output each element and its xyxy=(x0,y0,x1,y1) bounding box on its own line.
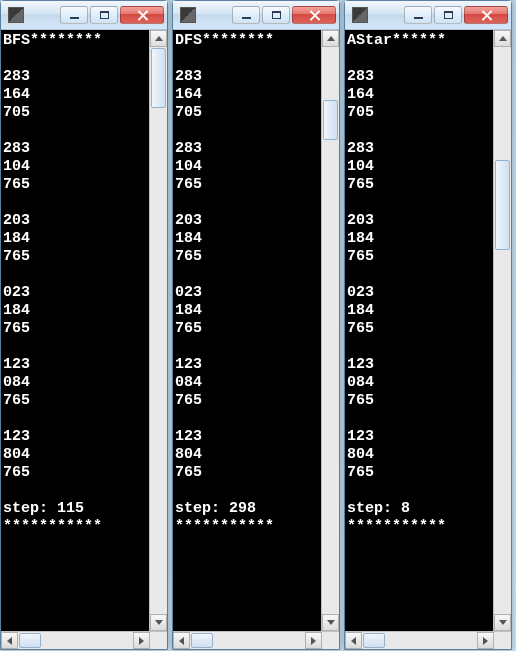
state-row: 123 xyxy=(175,356,202,373)
state-row: 765 xyxy=(347,248,374,265)
chevron-left-icon xyxy=(7,637,12,645)
scroll-thumb-horizontal[interactable] xyxy=(363,633,385,648)
chevron-right-icon xyxy=(311,637,316,645)
horizontal-scrollbar[interactable] xyxy=(1,631,167,649)
chevron-down-icon xyxy=(155,620,163,625)
state-row: 023 xyxy=(3,284,30,301)
state-row: 084 xyxy=(347,374,374,391)
step-count: step: 8 xyxy=(347,500,410,517)
scroll-thumb[interactable] xyxy=(495,160,510,250)
vertical-scrollbar[interactable] xyxy=(321,30,339,631)
scroll-thumb[interactable] xyxy=(151,48,166,108)
state-row: 123 xyxy=(3,428,30,445)
state-row: 164 xyxy=(175,86,202,103)
minimize-button[interactable] xyxy=(232,6,260,24)
maximize-button[interactable] xyxy=(434,6,462,24)
close-button[interactable] xyxy=(464,6,508,24)
state-row: 104 xyxy=(175,158,202,175)
state-row: 184 xyxy=(347,230,374,247)
state-row: 705 xyxy=(3,104,30,121)
scroll-left-button[interactable] xyxy=(345,632,362,649)
console-wrap: BFS******** 283 164 705 283 104 765 203 … xyxy=(1,30,167,631)
scroll-down-button[interactable] xyxy=(494,614,511,631)
titlebar xyxy=(1,1,167,30)
state-row: 123 xyxy=(175,428,202,445)
console-wrap: AStar****** 283 164 705 283 104 765 203 … xyxy=(345,30,511,631)
state-row: 084 xyxy=(3,374,30,391)
state-row: 023 xyxy=(347,284,374,301)
state-row: 023 xyxy=(175,284,202,301)
console-window-1: DFS******** 283 164 705 283 104 765 203 … xyxy=(172,0,340,650)
state-row: 765 xyxy=(3,320,30,337)
state-row: 184 xyxy=(175,230,202,247)
minimize-button-icon xyxy=(70,17,79,19)
algorithm-header: DFS******** xyxy=(175,32,274,49)
resize-grip[interactable] xyxy=(322,632,339,649)
close-button[interactable] xyxy=(120,6,164,24)
state-row: 283 xyxy=(175,68,202,85)
state-row: 283 xyxy=(3,68,30,85)
resize-grip[interactable] xyxy=(150,632,167,649)
state-row: 203 xyxy=(175,212,202,229)
resize-grip[interactable] xyxy=(494,632,511,649)
state-row: 765 xyxy=(3,464,30,481)
scroll-thumb[interactable] xyxy=(323,100,338,140)
close-button-icon xyxy=(137,10,148,21)
state-row: 705 xyxy=(175,104,202,121)
minimize-button[interactable] xyxy=(60,6,88,24)
state-row: 804 xyxy=(3,446,30,463)
console-wrap: DFS******** 283 164 705 283 104 765 203 … xyxy=(173,30,339,631)
scroll-right-button[interactable] xyxy=(133,632,150,649)
state-row: 765 xyxy=(175,248,202,265)
state-row: 765 xyxy=(3,248,30,265)
scroll-left-button[interactable] xyxy=(1,632,18,649)
scroll-down-button[interactable] xyxy=(322,614,339,631)
scroll-up-button[interactable] xyxy=(322,30,339,47)
console-output: BFS******** 283 164 705 283 104 765 203 … xyxy=(1,30,149,631)
vertical-scrollbar[interactable] xyxy=(493,30,511,631)
state-row: 123 xyxy=(347,428,374,445)
state-row: 084 xyxy=(175,374,202,391)
scroll-down-button[interactable] xyxy=(150,614,167,631)
footer-divider: *********** xyxy=(347,518,446,535)
chevron-down-icon xyxy=(499,620,507,625)
minimize-button-icon xyxy=(242,17,251,19)
scroll-right-button[interactable] xyxy=(305,632,322,649)
state-row: 765 xyxy=(175,320,202,337)
close-button[interactable] xyxy=(292,6,336,24)
chevron-right-icon xyxy=(139,637,144,645)
scroll-thumb-horizontal[interactable] xyxy=(191,633,213,648)
state-row: 804 xyxy=(175,446,202,463)
state-row: 283 xyxy=(347,68,374,85)
client-area: DFS******** 283 164 705 283 104 765 203 … xyxy=(173,30,339,649)
state-row: 765 xyxy=(347,464,374,481)
scroll-up-button[interactable] xyxy=(150,30,167,47)
scroll-left-button[interactable] xyxy=(173,632,190,649)
horizontal-scrollbar[interactable] xyxy=(345,631,511,649)
horizontal-scrollbar[interactable] xyxy=(173,631,339,649)
state-row: 765 xyxy=(175,392,202,409)
scroll-right-button[interactable] xyxy=(477,632,494,649)
chevron-left-icon xyxy=(179,637,184,645)
console-window-2: AStar****** 283 164 705 283 104 765 203 … xyxy=(344,0,512,650)
chevron-up-icon xyxy=(499,36,507,41)
state-row: 765 xyxy=(347,176,374,193)
chevron-up-icon xyxy=(327,36,335,41)
maximize-button[interactable] xyxy=(90,6,118,24)
scroll-up-button[interactable] xyxy=(494,30,511,47)
console-output: AStar****** 283 164 705 283 104 765 203 … xyxy=(345,30,493,631)
step-count: step: 115 xyxy=(3,500,84,517)
state-row: 765 xyxy=(3,392,30,409)
state-row: 283 xyxy=(3,140,30,157)
state-row: 104 xyxy=(3,158,30,175)
minimize-button[interactable] xyxy=(404,6,432,24)
state-row: 283 xyxy=(175,140,202,157)
chevron-up-icon xyxy=(155,36,163,41)
algorithm-header: AStar****** xyxy=(347,32,446,49)
scroll-thumb-horizontal[interactable] xyxy=(19,633,41,648)
vertical-scrollbar[interactable] xyxy=(149,30,167,631)
state-row: 765 xyxy=(347,320,374,337)
state-row: 184 xyxy=(3,302,30,319)
maximize-button[interactable] xyxy=(262,6,290,24)
state-row: 123 xyxy=(347,356,374,373)
